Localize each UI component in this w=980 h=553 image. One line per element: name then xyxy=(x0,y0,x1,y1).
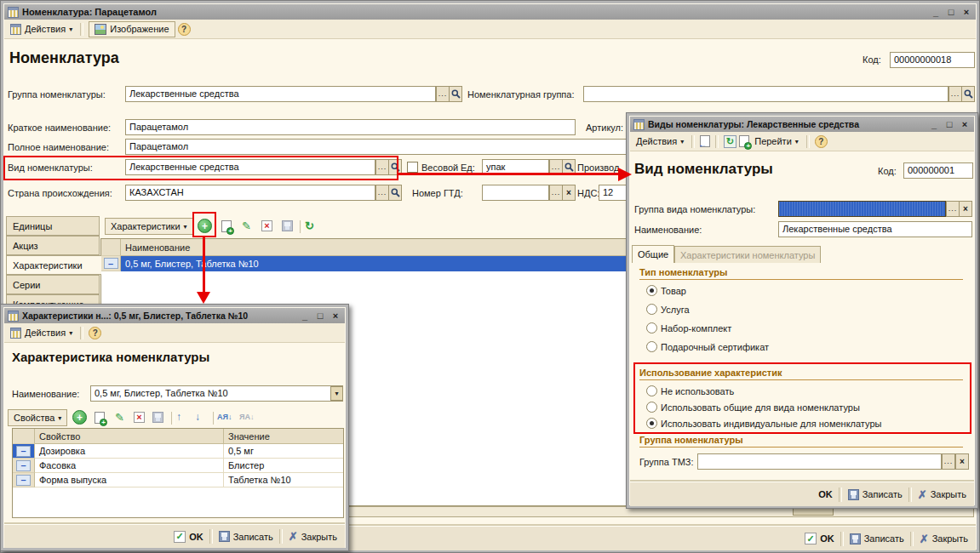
save-disk-icon[interactable] xyxy=(282,220,293,231)
goto-menu[interactable]: Перейти ▾ xyxy=(752,135,801,147)
country-ellipsis-button[interactable]: ... xyxy=(375,185,389,201)
minimize-button[interactable]: _ xyxy=(930,7,942,17)
table-cell-property[interactable]: Дозировка xyxy=(35,444,224,459)
sidebar-item-units[interactable]: Единицы xyxy=(6,216,100,236)
close-button[interactable]: ✗ Закрыть xyxy=(918,489,966,500)
characteristics-menu[interactable]: Характеристики ▾ xyxy=(105,218,193,235)
group-ellipsis-button[interactable]: ... xyxy=(436,86,450,102)
kind-group-clear-button[interactable]: × xyxy=(959,201,972,217)
nomgroup-ellipsis-button[interactable]: ... xyxy=(948,86,962,102)
sidebar-item-characteristics[interactable]: Характеристики xyxy=(6,255,101,275)
column-header-value[interactable]: Значение xyxy=(224,429,343,444)
ok-button[interactable]: OK xyxy=(818,489,833,499)
table-cell-value[interactable]: Блистер xyxy=(224,459,343,473)
help-button[interactable]: ? xyxy=(89,327,101,339)
table-cell-property[interactable]: Форма выпуска xyxy=(35,473,224,487)
save-button[interactable]: Записать xyxy=(848,489,903,500)
help-button[interactable]: ? xyxy=(815,135,828,148)
row-marker-cell[interactable]: – xyxy=(13,459,35,473)
country-field[interactable]: КАЗАХСТАН xyxy=(125,185,375,201)
group-field[interactable]: Лекарственные средства xyxy=(125,86,436,102)
scrollbar-thumb[interactable] xyxy=(793,508,834,516)
delete-icon[interactable]: × xyxy=(134,412,145,423)
refresh-icon[interactable]: ↻ xyxy=(305,220,314,231)
gtd-field[interactable] xyxy=(482,185,549,201)
delete-icon[interactable]: × xyxy=(261,220,272,231)
table-cell-value[interactable]: Таблетка №10 xyxy=(224,473,343,487)
actions-menu[interactable]: Действия ▾ xyxy=(633,135,686,147)
name-combo-field[interactable]: 0,5 мг, Блистер, Таблетка №10 xyxy=(90,385,343,402)
ok-button[interactable]: ✓ OK xyxy=(805,533,834,544)
weight-checkbox[interactable] xyxy=(407,162,418,173)
reread-icon[interactable]: ← xyxy=(700,135,710,147)
maximize-button[interactable]: □ xyxy=(314,311,326,321)
sort-desc-icon[interactable]: ЯА↓ xyxy=(239,413,254,421)
kind-group-ellipsis-button[interactable]: ... xyxy=(946,201,960,217)
radio-nabor[interactable] xyxy=(646,322,657,334)
actions-menu[interactable]: Действия ▾ xyxy=(8,23,75,36)
sidebar-item-excise[interactable]: Акциз xyxy=(6,236,100,255)
sort-asc-icon[interactable]: АЯ↓ xyxy=(217,413,232,421)
ok-button[interactable]: ✓ OK xyxy=(174,531,203,543)
kind-titlebar[interactable]: Виды номенклатуры: Лекарственные средств… xyxy=(630,117,974,132)
close-button[interactable]: × xyxy=(330,311,341,321)
main-titlebar[interactable]: Номенклатура: Парацетамол _ □ × xyxy=(4,4,976,20)
tmz-ellipsis-button[interactable]: ... xyxy=(942,453,955,470)
maximize-button[interactable]: □ xyxy=(943,119,955,129)
move-up-icon[interactable]: ↑ xyxy=(176,412,181,422)
column-header-property[interactable]: Свойство xyxy=(35,429,224,444)
copy-add-icon[interactable] xyxy=(221,220,232,232)
radio-certificate[interactable] xyxy=(646,341,657,352)
gtd-clear-button[interactable]: × xyxy=(562,185,576,201)
table-cell-property[interactable]: Фасовка xyxy=(35,459,224,473)
help-button[interactable]: ? xyxy=(178,23,191,36)
main-window-title: Номенклатура: Парацетамол xyxy=(22,7,157,17)
code-field[interactable]: 000000001 xyxy=(903,162,973,179)
radio-usluga[interactable] xyxy=(646,304,657,315)
minimize-button[interactable]: _ xyxy=(928,119,940,129)
actions-menu[interactable]: Действия ▾ xyxy=(8,327,75,339)
separator xyxy=(213,412,216,425)
edit-pencil-icon[interactable]: ✎ xyxy=(242,220,251,231)
minimize-button[interactable]: _ xyxy=(299,311,311,321)
save-disk-icon[interactable] xyxy=(152,412,163,423)
close-button[interactable]: × xyxy=(959,119,971,129)
save-button[interactable]: Записать xyxy=(219,531,273,542)
tab-general[interactable]: Общие xyxy=(632,245,674,263)
country-search-button[interactable] xyxy=(388,185,402,201)
row-marker-cell[interactable]: – xyxy=(101,256,121,271)
kind-group-field[interactable] xyxy=(778,201,946,217)
tab-characteristics[interactable]: Характеристики номенклатуры xyxy=(674,246,821,263)
row-marker-cell[interactable]: – xyxy=(13,444,35,459)
close-button[interactable]: × xyxy=(960,7,972,17)
copy-add-icon[interactable] xyxy=(739,135,749,147)
close-button[interactable]: ✗ Закрыть xyxy=(289,531,337,542)
sidebar-item-series[interactable]: Серии xyxy=(6,275,100,294)
copy-add-icon[interactable] xyxy=(95,412,105,424)
combo-dropdown-button[interactable]: ▾ xyxy=(330,386,343,401)
short-name-field[interactable]: Парацетамол xyxy=(125,119,576,135)
close-button[interactable]: ✗ Закрыть xyxy=(920,533,968,544)
gtd-ellipsis-button[interactable]: ... xyxy=(549,185,563,201)
tmz-field[interactable] xyxy=(697,453,942,470)
properties-menu[interactable]: Свойства ▾ xyxy=(8,409,67,426)
add-button[interactable]: + xyxy=(72,410,87,425)
radio-tovar[interactable] xyxy=(646,285,657,296)
name-label: Наименование: xyxy=(12,389,79,399)
save-button[interactable]: Записать xyxy=(850,533,904,544)
maximize-button[interactable]: □ xyxy=(945,7,957,17)
group-search-button[interactable] xyxy=(449,86,462,102)
image-button[interactable]: Изображение xyxy=(89,21,175,37)
move-down-icon[interactable]: ↓ xyxy=(195,412,200,422)
code-field[interactable]: 00000000018 xyxy=(890,52,975,68)
edit-pencil-icon[interactable]: ✎ xyxy=(115,412,124,423)
characteristic-titlebar[interactable]: Характеристики н...: 0,5 мг, Блистер, Та… xyxy=(4,308,345,323)
tmz-clear-button[interactable]: × xyxy=(955,453,969,470)
refresh-icon[interactable]: ↻ xyxy=(724,135,736,148)
row-marker-cell[interactable]: – xyxy=(13,473,35,487)
nomgroup-search-button[interactable] xyxy=(961,86,975,102)
kind-name-field[interactable]: Лекарственные средства xyxy=(778,221,972,237)
nomgroup-field[interactable] xyxy=(583,86,948,102)
table-corner xyxy=(13,429,35,444)
table-cell-value[interactable]: 0,5 мг xyxy=(224,444,343,459)
